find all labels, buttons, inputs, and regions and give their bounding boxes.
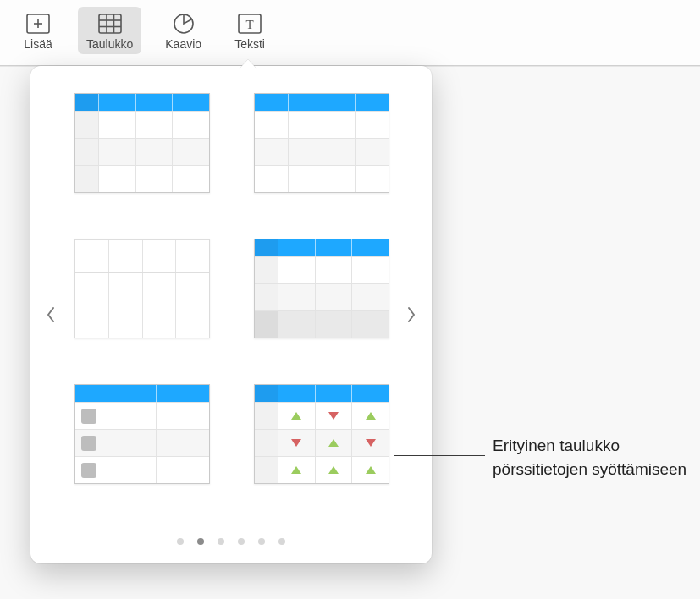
page-dot-1[interactable] bbox=[177, 538, 184, 545]
toolbar-chart-button[interactable]: Kaavio bbox=[157, 7, 210, 54]
table-style-plain[interactable] bbox=[74, 239, 210, 338]
toolbar-label: Teksti bbox=[234, 37, 265, 51]
page-dot-6[interactable] bbox=[278, 538, 285, 545]
table-style-stock[interactable] bbox=[254, 384, 389, 484]
page-indicator bbox=[30, 538, 432, 545]
callout-leader-line bbox=[394, 455, 485, 456]
page-dot-4[interactable] bbox=[238, 538, 245, 545]
toolbar-text-button[interactable]: T Teksti bbox=[225, 7, 274, 54]
table-style-header-only[interactable] bbox=[254, 93, 389, 193]
stock-up-icon bbox=[291, 466, 301, 474]
previous-page-button[interactable] bbox=[42, 302, 59, 327]
stock-down-icon bbox=[328, 412, 339, 420]
chevron-left-icon bbox=[46, 306, 56, 323]
toolbar-label: Taulukko bbox=[86, 37, 133, 51]
toolbar-insert-button[interactable]: Lisää bbox=[14, 7, 63, 54]
page-dot-2[interactable] bbox=[197, 538, 204, 545]
table-icon bbox=[97, 12, 123, 36]
toolbar: Lisää Taulukko Kaavio T Teksti bbox=[0, 0, 700, 66]
stock-up-icon bbox=[328, 439, 339, 447]
table-style-grid bbox=[74, 93, 388, 489]
text-icon: T bbox=[237, 12, 262, 36]
svg-text:T: T bbox=[245, 18, 253, 31]
stock-down-icon bbox=[366, 439, 376, 447]
callout-text: Erityinen taulukko pörssitietojen syöttä… bbox=[493, 434, 687, 481]
page-dot-3[interactable] bbox=[218, 538, 224, 545]
stock-up-icon bbox=[328, 466, 339, 474]
table-style-popover bbox=[30, 66, 432, 563]
toolbar-table-button[interactable]: Taulukko bbox=[78, 7, 141, 54]
table-style-header-footer[interactable] bbox=[254, 239, 389, 338]
toolbar-label: Kaavio bbox=[165, 37, 201, 51]
table-style-header-rowcol[interactable] bbox=[74, 93, 210, 193]
table-style-checklist[interactable] bbox=[74, 384, 210, 484]
svg-rect-3 bbox=[99, 14, 121, 33]
stock-up-icon bbox=[366, 466, 376, 474]
toolbar-label: Lisää bbox=[24, 37, 52, 51]
stock-up-icon bbox=[366, 412, 376, 420]
insert-icon bbox=[25, 12, 51, 36]
stock-down-icon bbox=[291, 439, 301, 447]
stock-up-icon bbox=[291, 412, 301, 420]
page-dot-5[interactable] bbox=[258, 538, 265, 545]
chevron-right-icon bbox=[406, 306, 416, 323]
chart-icon bbox=[171, 12, 196, 36]
next-page-button[interactable] bbox=[403, 302, 420, 327]
